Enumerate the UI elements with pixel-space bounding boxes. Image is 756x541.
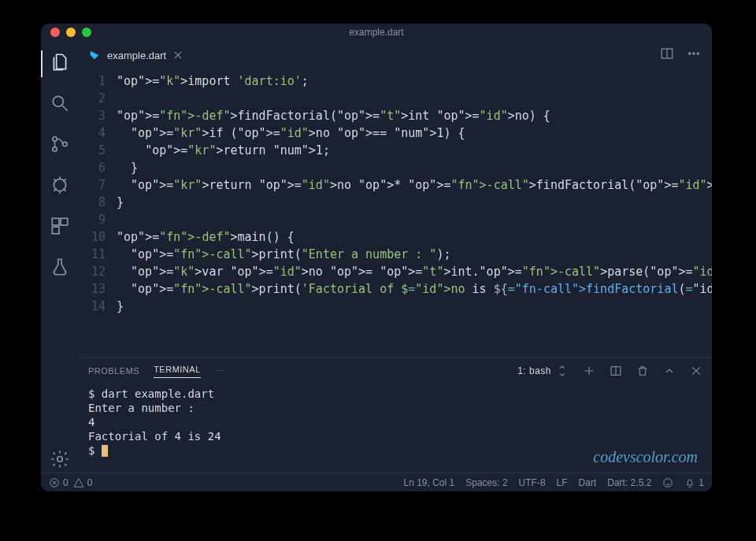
panel-tab-problems[interactable]: PROBLEMS (88, 366, 139, 376)
settings-gear-icon[interactable] (50, 449, 70, 472)
trash-icon[interactable] (636, 365, 649, 377)
status-indent[interactable]: Spaces: 2 (465, 477, 507, 488)
activity-bar (41, 41, 79, 472)
panel-tabs: PROBLEMS TERMINAL ⋯ 1: bash (79, 358, 712, 384)
dropdown-icon (556, 365, 569, 377)
status-eol[interactable]: LF (557, 477, 568, 488)
svg-rect-6 (61, 218, 68, 225)
chevron-up-icon[interactable] (663, 365, 676, 377)
svg-rect-7 (52, 227, 59, 234)
explorer-icon[interactable] (50, 52, 70, 76)
source-control-icon[interactable] (50, 134, 70, 157)
status-feedback-icon[interactable] (662, 477, 673, 488)
minimize-window-button[interactable] (66, 28, 76, 37)
window-title: example.dart (41, 27, 712, 38)
svg-point-15 (664, 478, 673, 487)
code-content[interactable]: "op">="k">import 'dart:io'; "op">="fn">-… (117, 72, 712, 358)
status-bar: 0 0 Ln 19, Col 1 Spaces: 2 UTF-8 LF Dart… (41, 472, 712, 491)
tab-label: example.dart (107, 50, 166, 61)
window-controls (41, 28, 91, 37)
close-panel-icon[interactable] (690, 365, 702, 377)
editor-tabs: example.dart (79, 41, 712, 69)
line-number-gutter: 1234567891011121314 (79, 72, 117, 358)
terminal-output[interactable]: $ dart example.dart Enter a number : 4 F… (79, 384, 712, 472)
status-notifications[interactable]: 1 (684, 477, 704, 488)
panel-tab-terminal[interactable]: TERMINAL (154, 365, 201, 378)
bottom-panel: PROBLEMS TERMINAL ⋯ 1: bash $ dart examp… (79, 358, 712, 472)
status-warnings[interactable]: 0 (73, 477, 93, 488)
code-editor[interactable]: 1234567891011121314 "op">="k">import 'da… (79, 69, 712, 358)
extensions-icon[interactable] (50, 216, 70, 239)
vscode-window: example.dart (41, 24, 712, 491)
debug-icon[interactable] (50, 175, 70, 198)
status-language[interactable]: Dart (579, 477, 597, 488)
status-cursor-position[interactable]: Ln 19, Col 1 (404, 477, 455, 488)
terminal-selector[interactable]: 1: bash (517, 365, 569, 377)
dart-file-icon (88, 49, 101, 61)
smiley-icon (662, 477, 673, 488)
error-icon (49, 477, 60, 488)
warning-icon (73, 477, 84, 488)
svg-point-10 (689, 53, 691, 54)
svg-rect-5 (52, 218, 59, 225)
svg-point-3 (63, 142, 67, 146)
split-editor-icon[interactable] (660, 46, 674, 64)
close-icon[interactable] (172, 50, 183, 61)
tab-example-dart[interactable]: example.dart (79, 41, 191, 69)
svg-point-0 (53, 96, 63, 106)
svg-point-8 (57, 457, 63, 462)
svg-point-2 (53, 147, 57, 151)
svg-point-1 (53, 137, 57, 141)
status-encoding[interactable]: UTF-8 (519, 477, 546, 488)
svg-point-12 (697, 53, 699, 54)
panel-more-icon[interactable]: ⋯ (215, 366, 224, 376)
editor-area: 1234567891011121314 "op">="k">import 'da… (79, 69, 712, 358)
bell-icon (684, 477, 695, 488)
svg-point-11 (693, 53, 695, 54)
maximize-window-button[interactable] (82, 28, 91, 37)
close-window-button[interactable] (50, 28, 60, 37)
more-actions-icon[interactable] (687, 46, 701, 64)
status-dart-version[interactable]: Dart: 2.5.2 (607, 477, 651, 488)
titlebar: example.dart (41, 24, 712, 41)
new-terminal-icon[interactable] (583, 365, 595, 377)
split-terminal-icon[interactable] (610, 365, 622, 377)
search-icon[interactable] (50, 93, 70, 117)
status-errors[interactable]: 0 (49, 477, 69, 488)
test-icon[interactable] (50, 257, 70, 280)
terminal-shell-label: 1: bash (517, 365, 551, 376)
